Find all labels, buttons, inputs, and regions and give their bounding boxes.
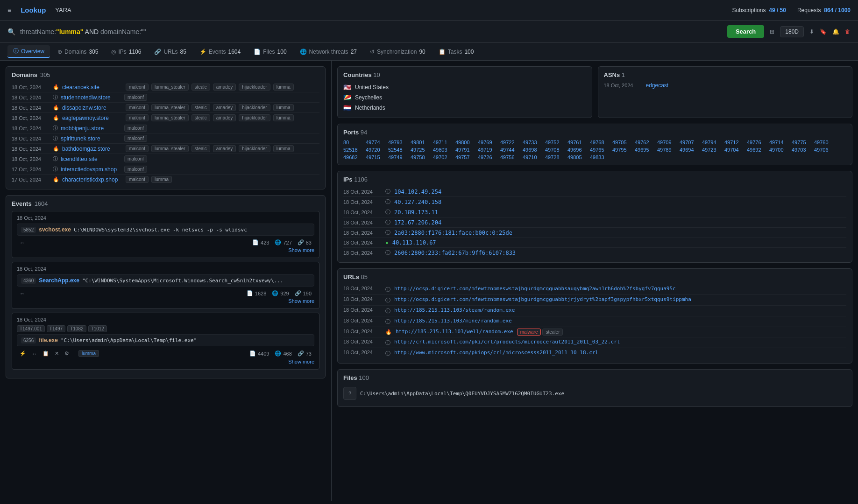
arrow-icon-1: ↔ bbox=[20, 240, 25, 245]
pid-badge-2: 4360 bbox=[21, 278, 36, 284]
tab-events[interactable]: ⚡ Events 1604 bbox=[194, 47, 246, 57]
domain-name[interactable]: studennotediw.store bbox=[61, 94, 121, 101]
show-more-3[interactable]: Show more bbox=[17, 358, 314, 365]
tab-domains-label: Domains bbox=[64, 49, 86, 55]
url-tags: malware stealer bbox=[517, 329, 563, 336]
download-icon[interactable]: ⬇ bbox=[809, 28, 814, 35]
port: 49756 bbox=[500, 154, 521, 160]
domain-name[interactable]: spirittunek.store bbox=[61, 135, 121, 142]
domain-name[interactable]: dissapoiznw.store bbox=[62, 105, 123, 111]
tab-overview[interactable]: ⓘ Overview bbox=[7, 45, 50, 58]
time-badge[interactable]: 180D bbox=[780, 26, 804, 37]
files-count: 100 bbox=[359, 374, 369, 381]
ttag-4: T1012 bbox=[88, 325, 107, 332]
bell-icon[interactable]: 🔔 bbox=[832, 28, 839, 35]
url-text[interactable]: http://ocsp.digicert.com/mfewtznbmeswsta… bbox=[394, 286, 676, 292]
domain-row: 18 Oct, 2024 ⓘ studennotediw.store malco… bbox=[12, 92, 319, 103]
event-cmd-row-3: 6256 file.exe "C:\Users\admin\AppData\Lo… bbox=[17, 334, 314, 346]
process-name-1[interactable]: svchost.exe bbox=[39, 226, 71, 233]
evt-icon-2: ↔ bbox=[32, 351, 37, 357]
domains-title: Domains 305 bbox=[12, 71, 319, 78]
domain-name[interactable]: clearancek.site bbox=[62, 84, 123, 91]
tag: malconf bbox=[124, 94, 147, 101]
port: 49712 bbox=[724, 140, 745, 145]
tab-urls[interactable]: 🔗 URLs 85 bbox=[149, 47, 191, 57]
url-text[interactable]: http://ocsp.digicert.com/mfewtznbmeswsta… bbox=[394, 296, 691, 302]
evt-icon-1: ⚡ bbox=[20, 350, 26, 357]
stat-files-val-1: 423 bbox=[261, 240, 269, 245]
tag: lumma bbox=[273, 145, 294, 152]
ip-addr[interactable]: 104.102.49.254 bbox=[394, 189, 441, 195]
process-name-3[interactable]: file.exe bbox=[39, 337, 58, 343]
process-name-2[interactable]: SearchApp.exe bbox=[39, 277, 79, 284]
tab-events-count: 1604 bbox=[228, 49, 241, 55]
ip-addr[interactable]: 172.67.206.204 bbox=[394, 219, 441, 226]
ip-addr[interactable]: 40.113.110.67 bbox=[392, 239, 436, 246]
port: 49768 bbox=[590, 140, 610, 145]
port: 49719 bbox=[478, 147, 498, 153]
nav-yara[interactable]: YARA bbox=[55, 7, 71, 14]
event-cmd-row-1: 5852 svchost.exe C:\WINDOWS\system32\svc… bbox=[17, 224, 314, 236]
show-more-2[interactable]: Show more bbox=[17, 297, 314, 305]
tab-ips[interactable]: ◎ IPs 1106 bbox=[106, 47, 147, 57]
domains-label: Domains bbox=[12, 71, 37, 78]
tab-domains[interactable]: ⊕ Domains 305 bbox=[52, 47, 104, 57]
port: 49708 bbox=[545, 147, 566, 153]
stat-net-val-1: 727 bbox=[283, 240, 291, 245]
domain-name[interactable]: mobbipenju.store bbox=[61, 125, 121, 132]
url-text[interactable]: http://185.215.113.103/well/random.exe bbox=[396, 329, 513, 335]
ip-addr[interactable]: 40.127.240.158 bbox=[394, 199, 441, 205]
ports-grid: 80 49774 49793 49801 49711 49800 49769 4… bbox=[343, 140, 846, 160]
requests-value: 864 / 1000 bbox=[824, 7, 851, 14]
tab-tasks[interactable]: 📋 Tasks 100 bbox=[433, 47, 480, 57]
domain-name[interactable]: interactiedovspm.shop bbox=[61, 166, 121, 173]
stat-files-2: 📄 1628 bbox=[247, 290, 266, 296]
url-icon: ⓘ bbox=[385, 308, 390, 315]
lumma-tag: lumma bbox=[78, 350, 99, 357]
port: 49694 bbox=[680, 147, 700, 153]
trash-icon[interactable]: 🗑 bbox=[845, 28, 851, 35]
list-icon[interactable]: ⊞ bbox=[770, 28, 774, 35]
domain-name[interactable]: eaglepawnoy.store bbox=[62, 115, 123, 121]
bookmark-icon[interactable]: 🔖 bbox=[820, 28, 827, 35]
url-text[interactable]: http://185.215.113.103/steam/random.exe bbox=[394, 307, 515, 313]
tag: stealc bbox=[191, 145, 210, 152]
ip-addr[interactable]: 2a03:2880:f176:181:face:b00c:0:25de bbox=[394, 230, 512, 236]
ip-addr[interactable]: 20.189.173.11 bbox=[394, 209, 438, 216]
countries-count: 10 bbox=[373, 71, 380, 78]
domain-name[interactable]: bathdoomgaz.store bbox=[62, 146, 123, 152]
tag: amadey bbox=[213, 145, 236, 152]
domain-date: 18 Oct, 2024 bbox=[12, 115, 50, 121]
tab-tasks-icon: 📋 bbox=[439, 49, 446, 55]
tag: malconf bbox=[126, 176, 149, 183]
port: 49714 bbox=[769, 140, 790, 145]
tab-network-threats-icon: 🌐 bbox=[300, 49, 307, 55]
domain-date: 17 Oct, 2024 bbox=[12, 177, 50, 182]
url-text[interactable]: http://crl.microsoft.com/pki/crl/product… bbox=[394, 339, 620, 345]
ip-addr[interactable]: 2606:2800:233:fa02:67b:9ff6:6107:833 bbox=[394, 250, 516, 256]
net-icon-1: 🌐 bbox=[275, 239, 281, 245]
fire-icon: 🔥 bbox=[53, 115, 59, 121]
ips-title: IPs 1106 bbox=[343, 176, 846, 183]
url-text[interactable]: http://185.215.113.103/mine/random.exe bbox=[394, 318, 512, 324]
tag: malconf bbox=[124, 125, 147, 132]
file-path[interactable]: C:\Users\admin\AppData\Local\Temp\Q0EUYV… bbox=[360, 391, 564, 397]
port: 49682 bbox=[343, 154, 364, 160]
event-date-3: 18 Oct, 2024 bbox=[17, 317, 314, 322]
tag: stealc bbox=[191, 84, 210, 91]
domain-name[interactable]: characteristicdxp.shop bbox=[62, 176, 123, 183]
nav-brand[interactable]: Lookup bbox=[21, 6, 46, 14]
search-button[interactable]: Search bbox=[727, 25, 764, 38]
tab-synchronization[interactable]: ↺ Synchronization 90 bbox=[364, 47, 431, 57]
show-more-1[interactable]: Show more bbox=[17, 246, 314, 254]
search-query[interactable]: threatName:"lumma" AND domainName:"" bbox=[20, 28, 723, 35]
port: 49774 bbox=[366, 140, 386, 145]
tab-network-threats[interactable]: 🌐 Network threats 27 bbox=[294, 47, 362, 57]
tab-files[interactable]: 📄 Files 100 bbox=[248, 47, 292, 57]
menu-icon[interactable]: ≡ bbox=[7, 7, 11, 14]
url-icon: ⓘ bbox=[385, 286, 390, 293]
domain-name[interactable]: licendfilteo.site bbox=[61, 156, 121, 162]
domain-row: 18 Oct, 2024 ⓘ licendfilteo.site malconf bbox=[12, 154, 319, 164]
url-date: 18 Oct, 2024 bbox=[343, 318, 382, 323]
url-text[interactable]: http://www.microsoft.com/pkiops/crl/micr… bbox=[394, 350, 598, 356]
